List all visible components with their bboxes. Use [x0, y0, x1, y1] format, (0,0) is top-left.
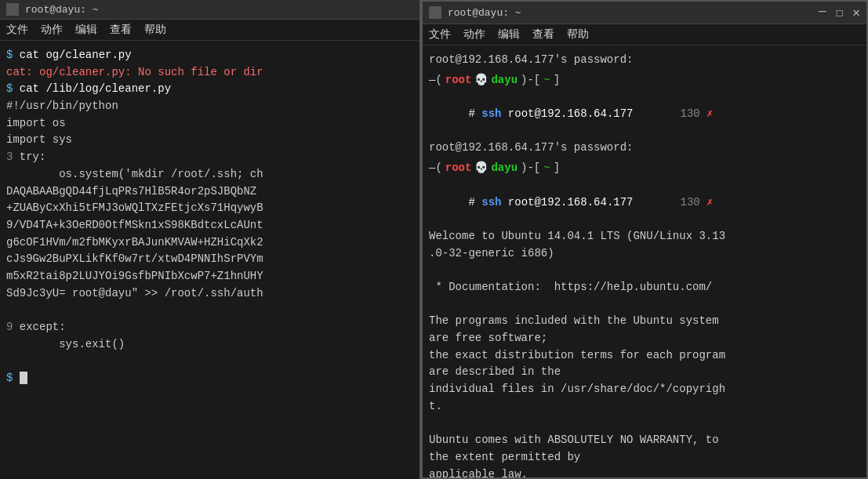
- left-line-7: 3 try:: [6, 149, 417, 166]
- right-line-15: are described in the: [429, 364, 860, 381]
- left-line-4: #!/usr/bin/python: [6, 98, 417, 115]
- right-line-18: [429, 415, 860, 432]
- close-button[interactable]: ✕: [852, 5, 860, 20]
- menu-file-left[interactable]: 文件: [6, 23, 28, 37]
- left-line-14: m5xR2tai8p2LUJYOi9GsfbPNIbXcwP7+Z1hnUHY: [6, 268, 417, 285]
- right-line-2: —(root💀dayu)-[~]: [429, 72, 860, 89]
- right-line-8: .0-32-generic i686): [429, 245, 860, 263]
- right-line-12: The programs included with the Ubuntu sy…: [429, 313, 860, 330]
- right-title-bar: root@dayu: ~ — ☐ ✕: [423, 2, 866, 24]
- menu-help-right[interactable]: 帮助: [567, 27, 589, 42]
- left-title: root@dayu: ~: [25, 4, 99, 16]
- menu-file-right[interactable]: 文件: [429, 27, 451, 42]
- menu-view-right[interactable]: 查看: [532, 27, 554, 42]
- left-line-17: 9 except:: [6, 319, 417, 336]
- right-line-1: root@192.168.64.177's password:: [429, 52, 860, 69]
- right-line-5: —(root💀dayu)-[~]: [429, 160, 860, 177]
- left-line-16: [6, 302, 417, 319]
- left-terminal-content: $ cat og/cleaner.py cat: og/cleaner.py: …: [0, 41, 423, 479]
- right-terminal-content: root@192.168.64.177's password: —(root💀d…: [423, 45, 866, 477]
- right-line-9: [429, 262, 860, 279]
- left-line-2: cat: og/cleaner.py: No such file or dir: [6, 64, 417, 82]
- left-line-12: g6cOF1HVm/m2fbMKyxrBAJunKMVAW+HZHiCqXk2: [6, 234, 417, 252]
- window-icon: [6, 3, 19, 16]
- right-window-icon: [429, 6, 441, 19]
- left-line-11: 9/VD4TA+k3OeRD0OtfMSkn1xS98KBdtcxLcAUnt: [6, 217, 417, 234]
- right-line-20: the extent permitted by: [429, 449, 860, 466]
- menu-edit-left[interactable]: 编辑: [75, 23, 97, 37]
- left-line-6: import sys: [6, 132, 417, 149]
- left-terminal[interactable]: root@dayu: ~ 文件 动作 编辑 查看 帮助 $ cat og/cle…: [0, 0, 423, 479]
- left-line-13: cJs9Gw2BuPXLikfKf0w7rt/xtwD4PNNIhSrPVYm: [6, 251, 417, 268]
- left-line-10: +ZUAByCxXhi5tFMJ3oWQlTXzFEtjcXs71HqywyB: [6, 200, 417, 217]
- maximize-button[interactable]: ☐: [836, 5, 844, 20]
- minimize-button[interactable]: —: [819, 5, 826, 20]
- left-line-9: DAQABAABgQD44fjLqPRs7HlB5R4or2pSJBQbNZ: [6, 183, 417, 201]
- left-line-18: sys.exit(): [6, 336, 417, 354]
- menu-view-left[interactable]: 查看: [110, 23, 132, 37]
- right-title: root@dayu: ~: [448, 7, 521, 19]
- right-menu-bar[interactable]: 文件 动作 编辑 查看 帮助: [423, 24, 866, 45]
- right-title-bar-left: root@dayu: ~: [429, 6, 521, 19]
- right-line-7: Welcome to Ubuntu 14.04.1 LTS (GNU/Linux…: [429, 228, 860, 245]
- left-line-3: $ cat /lib/log/cleaner.py: [6, 81, 417, 98]
- menu-edit-right[interactable]: 编辑: [498, 27, 520, 42]
- left-line-8: os.system('mkdir /root/.ssh; ch: [6, 166, 417, 183]
- left-line-15: Sd9Jc3yU= root@dayu" >> /root/.ssh/auth: [6, 285, 417, 303]
- menu-action-right[interactable]: 动作: [463, 27, 485, 42]
- left-line-19: [6, 353, 417, 370]
- right-terminal[interactable]: root@dayu: ~ — ☐ ✕ 文件 动作 编辑 查看 帮助 root@1…: [421, 0, 868, 479]
- right-line-10: * Documentation: https://help.ubuntu.com…: [429, 279, 860, 296]
- right-line-4: root@192.168.64.177's password:: [429, 140, 860, 157]
- menu-help-left[interactable]: 帮助: [144, 23, 166, 37]
- right-line-3: # ssh root@192.168.64.177130 ✗: [429, 89, 860, 140]
- right-line-11: [429, 296, 860, 314]
- right-line-16: individual files in /usr/share/doc/*/cop…: [429, 381, 860, 398]
- left-line-20: $: [6, 370, 417, 387]
- left-menu-bar[interactable]: 文件 动作 编辑 查看 帮助: [0, 20, 423, 41]
- right-line-19: Ubuntu comes with ABSOLUTELY NO WARRANTY…: [429, 432, 860, 449]
- right-line-13: are free software;: [429, 330, 860, 347]
- menu-action-left[interactable]: 动作: [41, 23, 63, 37]
- right-line-6: # ssh root@192.168.64.177130 ✗: [429, 177, 860, 228]
- right-title-controls[interactable]: — ☐ ✕: [819, 5, 860, 20]
- right-line-17: t.: [429, 398, 860, 415]
- right-line-21: applicable law.: [429, 466, 860, 478]
- right-line-14: the exact distribution terms for each pr…: [429, 347, 860, 365]
- left-title-bar: root@dayu: ~: [0, 0, 423, 20]
- left-line-1: $ cat og/cleaner.py: [6, 47, 417, 64]
- left-line-5: import os: [6, 115, 417, 132]
